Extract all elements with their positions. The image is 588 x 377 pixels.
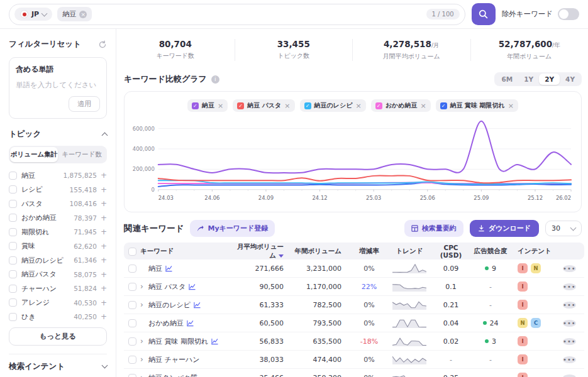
column-header[interactable]: インテント	[511, 247, 563, 256]
expand-chevron-icon[interactable]: ›	[140, 337, 145, 346]
select-all-checkbox[interactable]	[128, 248, 136, 256]
table-row[interactable]: › 納豆 チャーハン 38,033 474,400 0% - - I •••	[124, 351, 584, 369]
series-checkbox[interactable]: ✓	[304, 102, 311, 109]
topic-add-icon[interactable]: +	[101, 256, 107, 265]
range-button-6m[interactable]: 6M	[496, 74, 518, 85]
topic-checkbox[interactable]	[9, 214, 17, 222]
row-checkbox[interactable]	[128, 356, 136, 364]
remove-series-icon[interactable]: ×	[218, 102, 223, 110]
expand-chevron-icon[interactable]: ›	[140, 355, 145, 364]
topic-add-icon[interactable]: +	[101, 312, 107, 321]
topic-add-icon[interactable]: +	[101, 242, 107, 251]
topic-list-item[interactable]: 納豆 1,875,825 +	[9, 168, 107, 183]
row-checkbox[interactable]	[128, 265, 136, 273]
topic-checkbox[interactable]	[9, 270, 17, 278]
row-menu-icon[interactable]: •••	[563, 302, 576, 309]
my-keyword-register-button[interactable]: Myキーワード登録	[190, 220, 275, 237]
range-button-4y[interactable]: 4Y	[560, 74, 580, 85]
topic-add-icon[interactable]: +	[101, 270, 107, 279]
column-header[interactable]: 年間ボリューム	[294, 247, 352, 256]
topic-checkbox[interactable]	[9, 200, 17, 208]
topic-checkbox[interactable]	[9, 285, 17, 293]
row-checkbox[interactable]	[128, 319, 136, 327]
legend-chip[interactable]: ✓ おかめ納豆 ×	[371, 99, 431, 112]
remove-keyword-icon[interactable]: ×	[79, 11, 87, 18]
column-header[interactable]: トレンド	[387, 247, 432, 256]
topic-list-item[interactable]: 納豆パスタ 58,075 +	[9, 268, 107, 282]
remove-series-icon[interactable]: ×	[508, 102, 514, 110]
keyword-chart-link-icon[interactable]	[187, 320, 194, 327]
download-button[interactable]: ダウンロード	[470, 220, 539, 237]
show-more-button[interactable]: もっと見る	[9, 327, 107, 346]
table-row[interactable]: › 納豆 パスタ 90,500 1,170,000 22% 0.1 - I ••…	[124, 278, 584, 296]
table-row[interactable]: › 納豆タンパク質 25,466 350,300 0% 0.25 - I •••	[124, 369, 584, 377]
search-button[interactable]	[472, 3, 496, 25]
topic-add-icon[interactable]: +	[101, 171, 107, 180]
topic-list-item[interactable]: チャーハン 51,824 +	[9, 281, 107, 296]
row-checkbox[interactable]	[128, 301, 136, 309]
column-header[interactable]: 広告競合度	[470, 247, 511, 256]
include-words-input[interactable]: 単語を入力してください	[16, 80, 100, 90]
expand-chevron-icon[interactable]: ›	[140, 373, 145, 377]
topic-add-icon[interactable]: +	[101, 298, 107, 307]
row-menu-icon[interactable]: •••	[563, 320, 576, 327]
legend-chip[interactable]: ✓ 納豆のレシピ ×	[300, 99, 366, 112]
expand-chevron-icon[interactable]: ›	[140, 282, 145, 291]
row-checkbox[interactable]	[128, 283, 136, 291]
column-header[interactable]: 月平均ボリューム	[231, 243, 294, 260]
table-row[interactable]: › 納豆 賞味 期限切れ 56,833 635,500 -18% 0.02 3 …	[124, 332, 584, 351]
row-menu-icon[interactable]: •••	[563, 374, 576, 377]
topic-checkbox[interactable]	[9, 228, 17, 236]
topic-list-item[interactable]: 賞味 62,620 +	[9, 239, 107, 254]
row-menu-icon[interactable]: •••	[563, 356, 576, 363]
legend-chip[interactable]: ✓ 納豆 賞味 期限切れ ×	[436, 99, 518, 112]
apply-button[interactable]: 適用	[69, 96, 100, 112]
remove-series-icon[interactable]: ×	[284, 102, 290, 110]
collapse-icon[interactable]	[102, 133, 108, 139]
remove-series-icon[interactable]: ×	[356, 102, 362, 110]
row-menu-icon[interactable]: •••	[563, 265, 576, 272]
expand-chevron-icon[interactable]: ›	[140, 300, 145, 309]
topic-add-icon[interactable]: +	[101, 185, 107, 194]
topic-list-item[interactable]: ひき 40,250 +	[9, 310, 107, 324]
keyword-chart-link-icon[interactable]	[194, 302, 201, 309]
series-checkbox[interactable]: ✓	[192, 102, 199, 109]
table-row[interactable]: › おかめ納豆 60,500 793,500 0% 0.04 24 NC •••	[124, 314, 584, 332]
topic-add-icon[interactable]: +	[101, 214, 107, 222]
info-icon[interactable]: i	[211, 75, 219, 84]
topic-list-item[interactable]: おかめ納豆 78,397 +	[9, 211, 107, 226]
topic-list-item[interactable]: 納豆のレシピ 61,346 +	[9, 253, 107, 268]
topic-checkbox[interactable]	[9, 298, 17, 307]
topic-checkbox[interactable]	[9, 185, 17, 194]
row-checkbox[interactable]	[128, 374, 136, 377]
keyword-chart-link-icon[interactable]	[189, 283, 196, 290]
page-size-select[interactable]: 30	[545, 221, 582, 236]
topic-list-item[interactable]: レシピ 155,418 +	[9, 183, 107, 197]
exclude-keyword-toggle[interactable]	[558, 8, 579, 20]
row-menu-icon[interactable]: •••	[563, 283, 576, 290]
topic-list-item[interactable]: アレンジ 40,530 +	[9, 296, 107, 310]
topic-mode-tab[interactable]: キーワード数	[58, 147, 106, 162]
range-button-2y[interactable]: 2Y	[539, 74, 560, 85]
legend-chip[interactable]: ✓ 納豆 ×	[187, 99, 228, 112]
topic-checkbox[interactable]	[9, 242, 17, 250]
keyword-search-bar[interactable]: JP 納豆 × 1 / 100	[9, 4, 465, 25]
column-header[interactable]: 増減率	[352, 247, 387, 256]
column-header[interactable]: CPC (USD)	[432, 244, 470, 259]
remove-series-icon[interactable]: ×	[420, 102, 426, 110]
table-row[interactable]: › 納豆のレシピ 61,333 782,500 0% 0.21 - I •••	[124, 296, 584, 314]
search-volume-summary-button[interactable]: 検索量要約	[404, 220, 463, 237]
comparison-line-chart[interactable]: 0200,000400,000600,00024.0324.0624.0924.…	[130, 113, 576, 209]
topic-mode-tab[interactable]: ボリューム集計	[10, 147, 58, 162]
range-button-1y[interactable]: 1Y	[518, 74, 539, 85]
topic-checkbox[interactable]	[9, 313, 17, 321]
topic-add-icon[interactable]: +	[101, 227, 107, 236]
topic-add-icon[interactable]: +	[101, 199, 107, 208]
country-selector[interactable]: JP	[14, 8, 52, 21]
keyword-chart-link-icon[interactable]	[165, 265, 172, 272]
keyword-chart-link-icon[interactable]	[211, 338, 218, 345]
row-menu-icon[interactable]: •••	[563, 338, 576, 345]
series-checkbox[interactable]: ✓	[440, 102, 447, 109]
topic-checkbox[interactable]	[9, 172, 17, 180]
row-checkbox[interactable]	[128, 337, 136, 346]
